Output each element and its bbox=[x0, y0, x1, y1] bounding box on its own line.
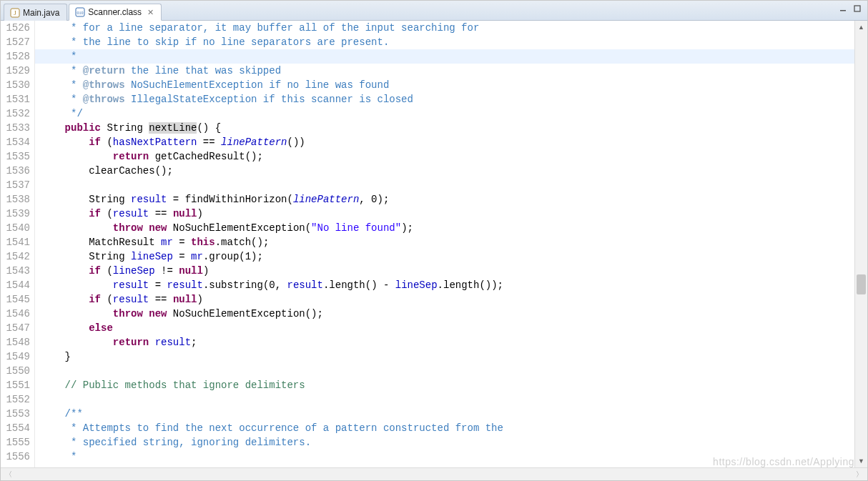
line-number: 1547 bbox=[1, 321, 30, 335]
line-number: 1543 bbox=[1, 264, 30, 278]
line-number: 1540 bbox=[1, 221, 30, 235]
code-line[interactable]: clearCaches(); bbox=[35, 164, 854, 178]
code-line[interactable]: * the line to skip if no line separators… bbox=[35, 35, 854, 49]
editor-tab-main-java[interactable]: JMain.java bbox=[4, 4, 67, 21]
code-line[interactable]: * Attempts to find the next occurrence o… bbox=[35, 421, 854, 435]
code-line[interactable] bbox=[35, 178, 854, 192]
line-number: 1527 bbox=[1, 35, 30, 49]
line-number: 1535 bbox=[1, 149, 30, 164]
code-line[interactable]: return result; bbox=[35, 335, 854, 349]
line-number: 1529 bbox=[1, 64, 30, 78]
code-line[interactable]: * specified string, ignoring delimiters. bbox=[35, 435, 854, 450]
code-line[interactable]: String result = findWithinHorizon(linePa… bbox=[35, 192, 854, 207]
svg-rect-5 bbox=[854, 6, 860, 11]
line-number: 1534 bbox=[1, 135, 30, 149]
code-line[interactable]: * @throws IllegalStateException if this … bbox=[35, 92, 854, 106]
line-number: 1544 bbox=[1, 278, 30, 292]
line-number: 1542 bbox=[1, 249, 30, 264]
line-number: 1555 bbox=[1, 435, 30, 450]
line-number: 1533 bbox=[1, 121, 30, 135]
line-number: 1538 bbox=[1, 192, 30, 207]
class-file-icon: 010 bbox=[75, 7, 85, 17]
line-number-gutter: 1526152715281529153015311532153315341535… bbox=[1, 21, 35, 467]
code-line[interactable]: public String nextLine() { bbox=[35, 121, 854, 135]
line-number: 1550 bbox=[1, 364, 30, 378]
vertical-scroll-thumb[interactable] bbox=[857, 274, 866, 294]
line-number: 1531 bbox=[1, 92, 30, 106]
code-line[interactable]: */ bbox=[35, 106, 854, 121]
editor-tabbar: JMain.java010Scanner.class✕ bbox=[1, 1, 867, 21]
line-number: 1539 bbox=[1, 207, 30, 221]
code-line[interactable]: String lineSep = mr.group(1); bbox=[35, 249, 854, 264]
line-number: 1537 bbox=[1, 178, 30, 192]
code-line[interactable]: if (lineSep != null) bbox=[35, 264, 854, 278]
code-line[interactable]: /** bbox=[35, 407, 854, 421]
code-line[interactable]: MatchResult mr = this.match(); bbox=[35, 235, 854, 249]
svg-text:010: 010 bbox=[77, 11, 84, 15]
line-number: 1551 bbox=[1, 378, 30, 392]
horizontal-scrollbar[interactable]: 〈 〉 bbox=[1, 467, 867, 480]
code-line[interactable]: * bbox=[35, 450, 854, 464]
scroll-right-arrow[interactable]: 〉 bbox=[832, 468, 867, 480]
code-line[interactable] bbox=[35, 392, 854, 407]
code-line[interactable]: result = result.substring(0, result.leng… bbox=[35, 278, 854, 292]
code-line[interactable]: return getCachedResult(); bbox=[35, 149, 854, 164]
code-line[interactable]: throw new NoSuchElementException("No lin… bbox=[35, 221, 854, 235]
editor-tab-scanner-class[interactable]: 010Scanner.class✕ bbox=[69, 4, 162, 21]
line-number: 1556 bbox=[1, 450, 30, 464]
code-line[interactable]: // Public methods that ignore delimiters bbox=[35, 378, 854, 392]
code-line[interactable]: * @return the line that was skipped bbox=[35, 64, 854, 78]
minimize-button[interactable] bbox=[837, 4, 849, 14]
tab-label: Main.java bbox=[23, 8, 59, 18]
code-line[interactable]: * bbox=[35, 49, 854, 64]
code-line[interactable]: if (result == null) bbox=[35, 292, 854, 307]
line-number: 1546 bbox=[1, 307, 30, 321]
code-line[interactable]: * @throws NoSuchElementException if no l… bbox=[35, 78, 854, 92]
svg-rect-4 bbox=[840, 10, 846, 11]
code-line[interactable] bbox=[35, 364, 854, 378]
scroll-up-arrow[interactable]: ▲ bbox=[855, 21, 867, 34]
editor-area: 1526152715281529153015311532153315341535… bbox=[1, 21, 867, 467]
line-number: 1554 bbox=[1, 421, 30, 435]
scroll-down-arrow[interactable]: ▼ bbox=[855, 455, 867, 467]
code-line[interactable]: } bbox=[35, 349, 854, 364]
line-number: 1552 bbox=[1, 392, 30, 407]
window-controls bbox=[837, 4, 863, 14]
code-content[interactable]: * for a line separator, it may buffer al… bbox=[35, 21, 854, 467]
maximize-button[interactable] bbox=[852, 4, 863, 14]
code-line[interactable]: * for a line separator, it may buffer al… bbox=[35, 21, 854, 35]
line-number: 1549 bbox=[1, 349, 30, 364]
line-number: 1532 bbox=[1, 106, 30, 121]
line-number: 1553 bbox=[1, 407, 30, 421]
line-number: 1528 bbox=[1, 49, 30, 64]
code-line[interactable]: if (result == null) bbox=[35, 207, 854, 221]
vertical-scrollbar[interactable]: ▲ ▼ bbox=[854, 21, 867, 467]
line-number: 1545 bbox=[1, 292, 30, 307]
svg-text:J: J bbox=[14, 9, 16, 16]
scroll-left-arrow[interactable]: 〈 bbox=[1, 468, 36, 480]
close-icon[interactable]: ✕ bbox=[147, 8, 154, 17]
code-line[interactable]: throw new NoSuchElementException(); bbox=[35, 307, 854, 321]
line-number: 1541 bbox=[1, 235, 30, 249]
code-line[interactable]: else bbox=[35, 321, 854, 335]
line-number: 1536 bbox=[1, 164, 30, 178]
line-number: 1526 bbox=[1, 21, 30, 35]
code-line[interactable]: if (hasNextPattern == linePattern()) bbox=[35, 135, 854, 149]
java-file-icon: J bbox=[10, 8, 20, 18]
line-number: 1548 bbox=[1, 335, 30, 349]
line-number: 1530 bbox=[1, 78, 30, 92]
tab-label: Scanner.class bbox=[88, 7, 142, 17]
